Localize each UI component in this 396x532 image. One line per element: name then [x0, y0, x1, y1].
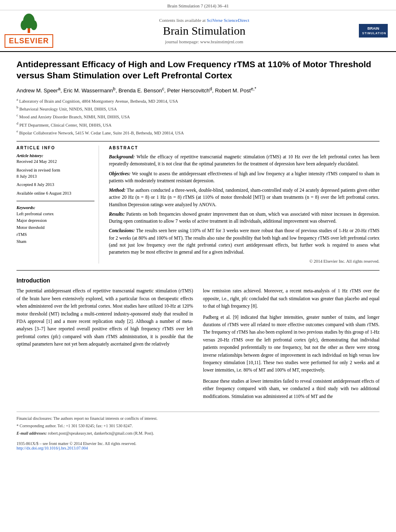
article-title: Antidepressant Efficacy of High and Low …	[16, 59, 380, 81]
keyword-5: Sham	[16, 238, 94, 245]
authors-line: Andrew M. Speera, Eric M. Wassermannb, B…	[16, 86, 380, 94]
affiliations: a Laboratory of Brain and Cognition, 480…	[16, 97, 380, 136]
objectives-text: We sought to assess the antidepressant e…	[109, 171, 380, 183]
abstract-col: ABSTRACT Background: While the efficacy …	[109, 146, 380, 264]
intro-text-3: Padberg et al. [9] indicated that higher…	[203, 313, 380, 374]
abstract-conclusions: Conclusions: The results seen here using…	[109, 227, 380, 256]
sciverse-link[interactable]: SciVerse ScienceDirect	[207, 18, 249, 23]
keyword-2: Major depression	[16, 217, 94, 224]
journal-banner: ELSEVIER Contents lists available at Sci…	[0, 10, 396, 52]
article-info-heading: ARTICLE INFO	[16, 146, 94, 150]
abstract-copyright: © 2014 Elsevier Inc. All rights reserved…	[109, 259, 380, 264]
elsevier-tree-icon	[16, 14, 41, 34]
affil-c: c Mood and Anxiety Disorder Branch, NIMH…	[16, 113, 380, 120]
received-date: Received 24 May 2012	[16, 159, 94, 165]
intro-text-2: low remission rates achieved. Moreover, …	[203, 287, 380, 310]
author-3-sup: c	[162, 86, 164, 91]
brain-stim-box: BRAIN STIMULATION	[359, 24, 388, 38]
doi-link[interactable]: http://dx.doi.org/10.1016/j.brs.2013.07.…	[16, 446, 88, 450]
intro-col-1: The potential antidepressant effects of …	[16, 287, 193, 403]
intro-col-2: low remission rates achieved. Moreover, …	[203, 287, 380, 403]
intro-title: Introduction	[16, 277, 380, 284]
abstract-method: Method: The authors conducted a three-we…	[109, 187, 380, 208]
author-4: Peter Herscovitchd	[167, 87, 212, 94]
keywords-label: Keywords:	[16, 205, 94, 210]
conclusions-label: Conclusions:	[109, 228, 135, 233]
author-4-sup: d	[210, 86, 212, 91]
journal-citation: Brain Stimulation 7 (2014) 36–41	[0, 0, 396, 10]
financial-disclosure: Financial disclosures: The authors repor…	[16, 415, 380, 421]
conclusions-text: The results seen here using 110% of MT f…	[109, 228, 380, 254]
author-1-sup: a	[58, 86, 60, 91]
intro-text-1: The potential antidepressant effects of …	[16, 287, 193, 348]
history-label: Article history:	[16, 153, 94, 158]
abstract-results: Results: Patients on both frequencies sh…	[109, 211, 380, 225]
results-text: Patients on both frequencies showed grea…	[109, 212, 380, 224]
author-3: Brenda E. Bensonc	[118, 87, 164, 94]
divider-keywords	[16, 201, 94, 201]
author-5-sup: e,*	[251, 86, 256, 91]
revised-label: Received in revised form 8 July 2013	[16, 167, 94, 179]
affil-d: d PET Department, Clinical Center, NIH, …	[16, 121, 380, 128]
intro-text-4: Because these studies at lower intensiti…	[203, 377, 380, 400]
journal-center: Contents lists available at SciVerse Sci…	[50, 18, 359, 44]
keyword-4: rTMS	[16, 231, 94, 238]
svg-point-3	[31, 20, 37, 30]
author-1: Andrew M. Speera	[16, 87, 60, 94]
journal-homepage: journal homepage: www.brainstimjrnl.com	[50, 39, 359, 44]
affil-a: a Laboratory of Brain and Cognition, 480…	[16, 97, 380, 104]
background-label: Background:	[109, 154, 135, 159]
svg-point-2	[21, 20, 27, 30]
sciverse-line: Contents lists available at SciVerse Sci…	[50, 18, 359, 23]
article-content: Antidepressant Efficacy of High and Low …	[0, 52, 396, 457]
article-footer: Financial disclosures: The authors repor…	[16, 412, 380, 436]
affil-e: e Bipolar Collaborative Network, 5415 W.…	[16, 129, 380, 136]
keyword-1: Left prefrontal cortex	[16, 211, 94, 218]
citation-text: Brain Stimulation 7 (2014) 36–41	[167, 3, 229, 8]
corresponding-note: * Corresponding author. Tel.: +1 301 530…	[16, 423, 380, 429]
author-5: Robert M. Poste,*	[215, 87, 256, 94]
keywords-list: Left prefrontal cortex Major depression …	[16, 211, 94, 245]
elsevier-label: ELSEVIER	[9, 37, 49, 45]
method-label: Method:	[109, 188, 125, 193]
divider-2	[16, 270, 380, 271]
email-note: E-mail addresses: robert.post@speakeasy.…	[16, 430, 380, 436]
author-2-sup: b	[113, 86, 116, 91]
issn-line: 1935-861X/$ – see front matter © 2014 El…	[16, 441, 380, 450]
keyword-3: Motor threshold	[16, 224, 94, 231]
elsevier-logo: ELSEVIER	[8, 14, 50, 48]
objectives-label: Objectives:	[109, 171, 130, 176]
journal-title: Brain Stimulation	[50, 24, 359, 38]
method-text: The authors conducted a three-week, doub…	[109, 188, 380, 207]
svg-rect-0	[28, 28, 30, 33]
abstract-objectives: Objectives: We sought to assess the anti…	[109, 170, 380, 185]
results-label: Results:	[109, 212, 125, 217]
elsevier-label-box: ELSEVIER	[5, 34, 53, 48]
intro-section: Introduction The potential antidepressan…	[16, 277, 380, 403]
intro-two-col: The potential antidepressant effects of …	[16, 287, 380, 403]
author-2: Eric M. Wassermannb	[64, 87, 116, 94]
accepted-date: Accepted 8 July 2013	[16, 182, 94, 188]
divider-1	[16, 141, 380, 141]
article-info-abstract: ARTICLE INFO Article history: Received 2…	[16, 146, 380, 264]
abstract-heading: ABSTRACT	[109, 146, 380, 150]
available-date: Available online 6 August 2013	[16, 191, 94, 197]
affil-b: b Behavioral Neurology Unit, NINDS, NIH,…	[16, 105, 380, 112]
brain-stim-logo: BRAIN STIMULATION	[359, 24, 388, 38]
article-info-col: ARTICLE INFO Article history: Received 2…	[16, 146, 99, 264]
abstract-background: Background: While the efficacy of repeti…	[109, 153, 380, 168]
background-text: While the efficacy of repetitive transcr…	[109, 154, 380, 166]
